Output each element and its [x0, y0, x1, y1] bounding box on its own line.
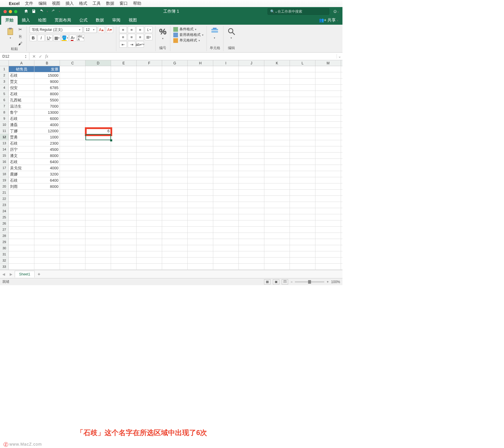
cell-F21[interactable] [137, 190, 162, 195]
row-header[interactable]: 8 [0, 109, 9, 115]
cell-G5[interactable] [162, 91, 188, 97]
cell-B10[interactable]: 4000 [34, 122, 60, 128]
cell-I19[interactable] [213, 177, 239, 183]
row-header[interactable]: 4 [0, 85, 9, 91]
menu-window[interactable]: 窗口 [120, 1, 128, 6]
cell-A6[interactable]: 孔西铭 [9, 97, 34, 103]
cell-K3[interactable] [264, 78, 290, 84]
cell-I33[interactable] [213, 264, 239, 270]
cell-B22[interactable] [34, 196, 60, 202]
cell-A24[interactable] [9, 208, 34, 214]
cell-F26[interactable] [137, 220, 162, 226]
row-header[interactable]: 12 [0, 134, 9, 140]
cell-J26[interactable] [239, 220, 264, 226]
font-name-select[interactable]: 等线 Regular (正文)▾ [30, 26, 83, 33]
cell-A32[interactable] [9, 258, 34, 263]
cell-G1[interactable] [162, 66, 188, 72]
cell-E12[interactable] [111, 134, 137, 140]
cell-B7[interactable]: 7000 [34, 103, 60, 109]
cell-G28[interactable] [162, 233, 188, 239]
sheet-tab-1[interactable]: Sheet1 [15, 271, 35, 278]
cell-C26[interactable] [60, 220, 85, 226]
cell-D15[interactable] [85, 153, 111, 158]
cell-F9[interactable] [137, 116, 162, 121]
home-icon[interactable] [24, 9, 28, 14]
menu-format[interactable]: 格式 [79, 1, 87, 6]
column-header-H[interactable]: H [188, 60, 213, 66]
row-header[interactable]: 5 [0, 91, 9, 97]
cell-H33[interactable] [188, 264, 213, 270]
cell-H31[interactable] [188, 251, 213, 257]
cell-C31[interactable] [60, 251, 85, 257]
cell-B24[interactable] [34, 208, 60, 214]
cell-C14[interactable] [60, 146, 85, 152]
cell-L18[interactable] [290, 171, 315, 177]
cell-J29[interactable] [239, 239, 264, 245]
cell-A17[interactable]: 吴戈倪 [9, 165, 34, 171]
cell-K16[interactable] [264, 159, 290, 165]
cell-M6[interactable] [315, 97, 341, 103]
row-header[interactable]: 11 [0, 128, 9, 134]
cell-G2[interactable] [162, 72, 188, 78]
cell-C15[interactable] [60, 153, 85, 158]
zoom-window-button[interactable] [14, 10, 17, 13]
cell-M27[interactable] [315, 227, 341, 233]
cell-D4[interactable] [85, 85, 111, 91]
cell-C24[interactable] [60, 208, 85, 214]
cell-M20[interactable] [315, 183, 341, 189]
row-header[interactable]: 32 [0, 258, 9, 263]
cell-K33[interactable] [264, 264, 290, 270]
selection-handle[interactable] [110, 139, 112, 141]
border-button[interactable]: ▦▾ [53, 35, 61, 41]
cell-A31[interactable] [9, 251, 34, 257]
cell-H7[interactable] [188, 103, 213, 109]
row-header[interactable]: 30 [0, 245, 9, 251]
cell-I32[interactable] [213, 258, 239, 263]
cell-I21[interactable] [213, 190, 239, 195]
cell-M18[interactable] [315, 171, 341, 177]
row-header[interactable]: 3 [0, 78, 9, 84]
conditional-format-button[interactable]: 条件格式 ▾ [173, 26, 204, 32]
cell-L23[interactable] [290, 202, 315, 208]
cell-A8[interactable]: 鲁宁 [9, 109, 34, 115]
row-header[interactable]: 6 [0, 97, 9, 103]
cell-K19[interactable] [264, 177, 290, 183]
cell-H3[interactable] [188, 78, 213, 84]
cell-M8[interactable] [315, 109, 341, 115]
cell-L5[interactable] [290, 91, 315, 97]
cell-D5[interactable] [85, 91, 111, 97]
row-header[interactable]: 29 [0, 239, 9, 245]
cell-F6[interactable] [137, 97, 162, 103]
cell-G19[interactable] [162, 177, 188, 183]
cell-F3[interactable] [137, 78, 162, 84]
cell-E22[interactable] [111, 196, 137, 202]
cell-F15[interactable] [137, 153, 162, 158]
cell-L19[interactable] [290, 177, 315, 183]
cell-C32[interactable] [60, 258, 85, 263]
cell-L24[interactable] [290, 208, 315, 214]
save-icon[interactable] [31, 9, 36, 14]
cell-D19[interactable] [85, 177, 111, 183]
cell-F23[interactable] [137, 202, 162, 208]
cell-J15[interactable] [239, 153, 264, 158]
cell-C7[interactable] [60, 103, 85, 109]
find-button[interactable]: ▾ [226, 26, 236, 40]
cell-H16[interactable] [188, 159, 213, 165]
cell-E5[interactable] [111, 91, 137, 97]
cell-M9[interactable] [315, 116, 341, 121]
cell-M13[interactable] [315, 140, 341, 146]
cell-D24[interactable] [85, 208, 111, 214]
cell-L17[interactable] [290, 165, 315, 171]
cell-D31[interactable] [85, 251, 111, 257]
cell-G9[interactable] [162, 116, 188, 121]
merge-icon[interactable]: ⊞▾ [145, 34, 152, 40]
cell-C10[interactable] [60, 122, 85, 128]
cell-M2[interactable] [315, 72, 341, 78]
cell-J3[interactable] [239, 78, 264, 84]
cell-G30[interactable] [162, 245, 188, 251]
cell-K9[interactable] [264, 116, 290, 121]
cell-E21[interactable] [111, 190, 137, 195]
cell-E33[interactable] [111, 264, 137, 270]
cell-L21[interactable] [290, 190, 315, 195]
cell-A12[interactable]: 贾勇 [9, 134, 34, 140]
